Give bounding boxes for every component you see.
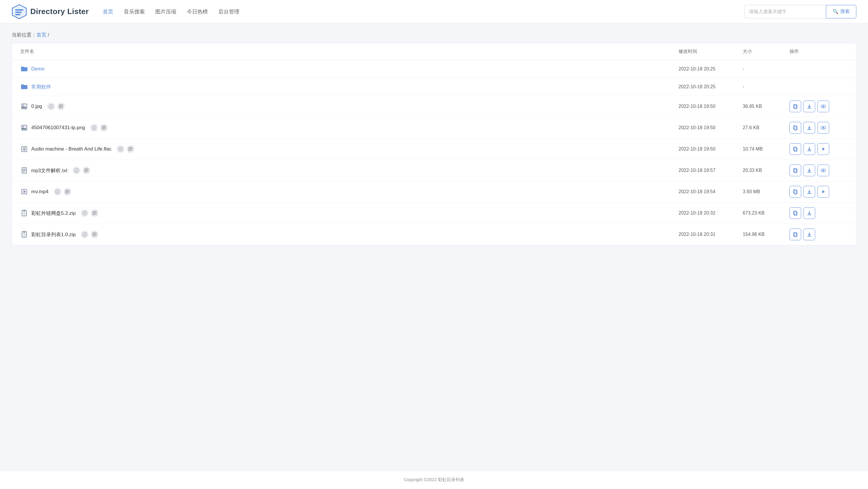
svg-rect-77: [87, 172, 87, 172]
preview-button[interactable]: [817, 165, 829, 176]
file-name[interactable]: Demo: [31, 66, 44, 72]
col-modified: 修改时间: [679, 49, 743, 55]
file-name-cell: mv.mp4: [20, 188, 679, 196]
download-button[interactable]: [804, 122, 815, 134]
svg-point-47: [120, 148, 121, 149]
preview-button[interactable]: [817, 100, 829, 112]
search-button[interactable]: 🔍 搜索: [826, 5, 856, 19]
info-icon[interactable]: [81, 231, 89, 238]
download-button[interactable]: [804, 143, 815, 155]
file-actions: [789, 186, 848, 198]
info-icon[interactable]: [90, 124, 98, 132]
svg-point-83: [823, 170, 824, 171]
play-button[interactable]: [817, 143, 829, 155]
qr-icon[interactable]: [91, 209, 98, 217]
svg-rect-104: [23, 210, 25, 211]
svg-point-28: [94, 127, 95, 127]
copy-button[interactable]: [789, 100, 801, 112]
copy-button[interactable]: [789, 143, 801, 155]
search-input[interactable]: [744, 5, 826, 19]
svg-rect-51: [131, 148, 132, 148]
file-actions: [789, 122, 848, 134]
download-button[interactable]: [804, 100, 815, 112]
file-name[interactable]: 0.jpg: [31, 104, 42, 109]
nav-item-3[interactable]: 今日热榜: [187, 7, 208, 17]
preview-button[interactable]: [817, 122, 829, 134]
copy-button[interactable]: [789, 186, 801, 198]
file-name[interactable]: 彩虹目录列表1.0.zip: [31, 231, 75, 238]
qr-icon[interactable]: [100, 124, 108, 132]
svg-rect-96: [69, 192, 69, 193]
copy-button[interactable]: [789, 165, 801, 176]
nav-item-2[interactable]: 图片压缩: [155, 7, 176, 17]
qr-icon[interactable]: [127, 145, 134, 153]
download-button[interactable]: [804, 207, 815, 219]
col-actions: 操作: [789, 49, 848, 55]
download-button[interactable]: [804, 165, 815, 176]
table-row: 彩虹目录列表1.0.zip2022-10-18 20:31154.98 KB: [12, 224, 856, 245]
svg-rect-37: [104, 129, 105, 130]
breadcrumb: 当前位置：首页 /: [0, 23, 868, 43]
info-icon[interactable]: [54, 188, 61, 196]
svg-point-23: [823, 106, 824, 107]
file-name-cell: 0.jpg: [20, 102, 679, 111]
file-meta-icons: [90, 124, 108, 132]
nav-item-0[interactable]: 首页: [103, 7, 113, 17]
search-icon: 🔍: [833, 9, 838, 14]
info-icon[interactable]: [117, 145, 124, 153]
logo[interactable]: Directory Lister: [12, 4, 89, 19]
qr-icon[interactable]: [91, 231, 98, 238]
breadcrumb-separator: /: [46, 32, 49, 38]
file-name[interactable]: 彩虹外链网盘5.2.zip: [31, 210, 75, 217]
svg-rect-2: [15, 12, 22, 13]
svg-marker-102: [823, 190, 825, 193]
download-button[interactable]: [804, 186, 815, 198]
svg-rect-24: [22, 125, 27, 131]
file-table: 文件名 修改时间 大小 操作 Demo2022-10-18 20:25-常用软件…: [12, 43, 856, 245]
file-size: 36.85 KB: [743, 104, 789, 109]
breadcrumb-home[interactable]: 首页: [36, 32, 46, 38]
copy-button[interactable]: [789, 229, 801, 240]
svg-point-108: [84, 212, 85, 213]
qr-icon[interactable]: [83, 167, 90, 174]
qr-icon[interactable]: [64, 188, 71, 196]
file-icon: [20, 102, 28, 111]
play-button[interactable]: [817, 186, 829, 198]
file-name[interactable]: 常用软件: [31, 84, 51, 90]
info-icon[interactable]: [47, 103, 55, 110]
svg-rect-114: [93, 214, 94, 214]
copy-button[interactable]: [789, 207, 801, 219]
file-icon: [20, 145, 28, 153]
file-name[interactable]: Audio machine - Breath And Life.flac: [31, 146, 112, 152]
file-name[interactable]: mv.mp4: [31, 189, 49, 195]
info-icon[interactable]: [73, 167, 80, 174]
file-name-cell: 彩虹目录列表1.0.zip: [20, 230, 679, 238]
svg-rect-72: [87, 169, 88, 170]
file-icon: [20, 209, 28, 217]
svg-rect-118: [96, 214, 96, 215]
main-content: 文件名 修改时间 大小 操作 Demo2022-10-18 20:25-常用软件…: [0, 43, 868, 470]
svg-point-68: [76, 170, 77, 170]
logo-icon: [12, 4, 27, 19]
svg-rect-15: [61, 107, 62, 107]
file-icon: [20, 166, 28, 174]
svg-rect-16: [62, 107, 63, 107]
table-header: 文件名 修改时间 大小 操作: [12, 43, 856, 60]
file-name[interactable]: 45047061007431-lp.png: [31, 125, 85, 131]
file-modified: 2022-10-18 19:50: [679, 146, 743, 152]
svg-rect-136: [95, 236, 95, 236]
nav-item-4[interactable]: 后台管理: [218, 7, 240, 17]
svg-point-43: [823, 127, 824, 128]
file-size: -: [743, 66, 789, 71]
file-modified: 2022-10-18 19:50: [679, 104, 743, 109]
header-left: Directory Lister 首页音乐搜索图片压缩今日热榜后台管理: [12, 4, 240, 19]
svg-rect-18: [62, 108, 63, 108]
file-name[interactable]: mp3文件解析.txt: [31, 167, 67, 174]
nav-item-1[interactable]: 音乐搜索: [124, 7, 145, 17]
svg-rect-95: [68, 192, 68, 193]
copy-button[interactable]: [789, 122, 801, 134]
svg-rect-34: [103, 128, 103, 129]
download-button[interactable]: [804, 229, 815, 240]
qr-icon[interactable]: [57, 103, 65, 110]
info-icon[interactable]: [81, 209, 89, 217]
